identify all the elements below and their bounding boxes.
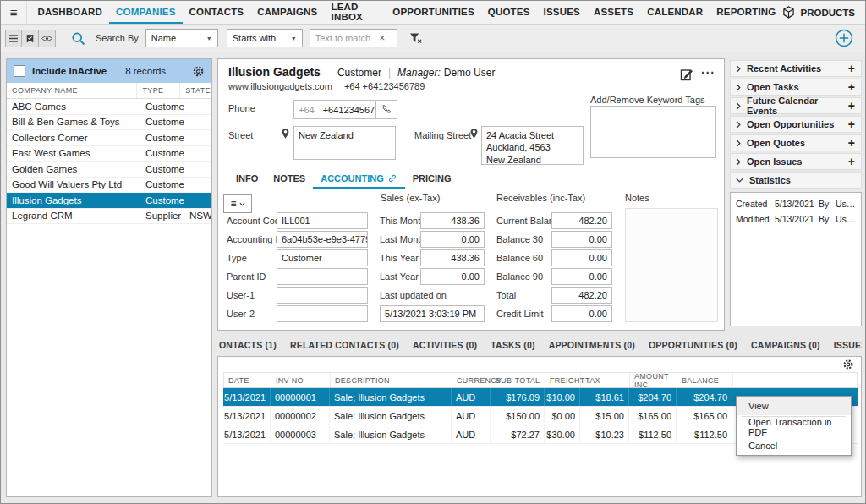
accounting-id-input[interactable]: 6a04b53e-e9e3-4779-8f6a- — [277, 231, 368, 248]
map-pin-icon[interactable] — [469, 128, 479, 140]
current-balance-input[interactable]: 482.20 — [551, 212, 612, 229]
search-icon[interactable] — [71, 31, 85, 46]
context-menu-cancel[interactable]: Cancel — [737, 436, 851, 455]
parent-id-input[interactable] — [277, 268, 368, 285]
add-icon[interactable]: + — [848, 155, 855, 168]
app-menu-icon[interactable]: ≡ — [1, 1, 27, 24]
credit-limit-input[interactable]: 0.00 — [551, 305, 612, 322]
add-icon[interactable]: + — [848, 99, 855, 112]
col-type[interactable]: TYPE — [137, 83, 180, 98]
company-row-selected[interactable]: Illusion GadgetsCustomer — [7, 193, 211, 209]
nav-opportunities[interactable]: OPPORTUNITIES — [386, 1, 481, 24]
search-text-input[interactable]: Text to match × — [310, 29, 397, 47]
tab-issues[interactable]: ISSUES (0) — [827, 333, 862, 356]
accounting-menu-button[interactable]: ≡ — [223, 194, 252, 213]
phone-input[interactable]: +64 +64123456789 — [293, 100, 375, 119]
add-icon[interactable]: + — [848, 118, 855, 131]
tab-appointments[interactable]: APPOINTMENTS (0) — [542, 333, 642, 356]
nav-dashboard[interactable]: DASHBOARD — [30, 1, 109, 24]
last-month-input[interactable]: 0.00 — [420, 231, 485, 248]
more-options-icon[interactable]: ··· — [701, 66, 715, 79]
nav-assets[interactable]: ASSETS — [587, 1, 640, 24]
section-recent-activities[interactable]: Recent Activities + — [730, 60, 862, 77]
clear-search-icon[interactable]: × — [379, 32, 385, 44]
context-menu-view[interactable]: View — [737, 397, 851, 415]
keyword-tags-input[interactable] — [590, 106, 716, 158]
add-icon[interactable]: + — [848, 62, 855, 75]
balance-90-input[interactable]: 0.00 — [551, 268, 612, 285]
list-view-button[interactable] — [5, 30, 22, 47]
total-input[interactable]: 482.20 — [551, 287, 612, 304]
company-row[interactable]: East West GamesCustomer — [7, 146, 211, 162]
this-year-input[interactable]: 438.36 — [420, 249, 485, 266]
col-freight[interactable]: FREIGHT — [545, 373, 581, 387]
col-currency[interactable]: CURRENCY — [452, 373, 491, 387]
nav-products[interactable]: PRODUCTS — [782, 1, 865, 24]
col-amount-inc[interactable]: AMOUNT INC. — [630, 373, 677, 387]
balance-60-input[interactable]: 0.00 — [551, 249, 612, 266]
last-year-input[interactable]: 0.00 — [420, 268, 485, 285]
transactions-settings-gear-icon[interactable] — [842, 359, 854, 370]
company-row[interactable]: ABC GamesCustomer — [7, 99, 211, 115]
section-future-calendar-events[interactable]: Future Calendar Events + — [730, 97, 862, 114]
add-icon[interactable]: + — [848, 136, 855, 150]
include-inactive-checkbox[interactable] — [14, 65, 25, 77]
account-code-input[interactable]: ILL001 — [277, 212, 368, 229]
nav-lead-inbox[interactable]: LEAD INBOX — [324, 1, 386, 24]
add-record-button[interactable] — [835, 29, 853, 47]
company-row[interactable]: Bill & Ben Games & ToysCustomer — [7, 115, 211, 131]
company-row[interactable]: Legrand CRMSupplierNSW — [7, 209, 211, 225]
nav-reporting[interactable]: REPORTING — [710, 1, 782, 24]
col-sub-total[interactable]: SUB-TOTAL — [491, 373, 545, 387]
tab-pricing[interactable]: PRICING — [405, 170, 459, 189]
company-row[interactable]: Collectors CornerCustomer — [7, 130, 211, 146]
balance-30-input[interactable]: 0.00 — [551, 231, 612, 248]
last-updated-input[interactable]: 5/13/2021 3:03:19 PM — [380, 305, 485, 322]
tab-related-contacts[interactable]: RELATED CONTACTS (0) — [283, 333, 406, 356]
tab-activities[interactable]: ACTIVITIES (0) — [406, 333, 484, 356]
eye-button[interactable] — [39, 30, 56, 47]
user2-input[interactable] — [277, 305, 368, 322]
nav-quotes[interactable]: QUOTES — [481, 1, 537, 24]
tab-campaigns[interactable]: CAMPAIGNS (0) — [744, 333, 827, 356]
section-open-quotes[interactable]: Open Quotes + — [730, 134, 862, 151]
tab-accounting[interactable]: ACCOUNTING — [313, 170, 405, 189]
tab-tasks[interactable]: TASKS (0) — [484, 333, 541, 356]
list-settings-gear-icon[interactable] — [192, 65, 205, 78]
dial-phone-button[interactable] — [375, 100, 397, 119]
map-pin-icon[interactable] — [281, 128, 290, 140]
this-month-input[interactable]: 438.36 — [420, 212, 485, 229]
notes-input[interactable] — [625, 208, 718, 322]
nav-calendar[interactable]: CALENDAR — [640, 1, 710, 24]
match-type-select[interactable]: Starts with ▼ — [227, 29, 303, 47]
street-input[interactable]: New Zealand — [293, 126, 396, 160]
col-tax[interactable]: TAX — [581, 373, 630, 387]
tab-info[interactable]: INFO — [228, 170, 266, 189]
nav-campaigns[interactable]: CAMPAIGNS — [250, 1, 324, 24]
tab-notes[interactable]: NOTES — [266, 170, 313, 189]
nav-contacts[interactable]: CONTACTS — [183, 1, 251, 24]
col-state[interactable]: STATE — [180, 83, 211, 98]
clear-filter-icon[interactable] — [409, 32, 422, 44]
bookmark-check-button[interactable] — [22, 30, 39, 47]
section-statistics[interactable]: Statistics — [730, 172, 862, 189]
search-field-select[interactable]: Name ▼ — [145, 29, 218, 47]
context-menu-open-pdf[interactable]: Open Transaction in PDF — [737, 418, 851, 436]
add-icon[interactable]: + — [848, 80, 855, 94]
section-open-opportunities[interactable]: Open Opportunities + — [730, 116, 862, 133]
col-balance[interactable]: BALANCE — [677, 373, 733, 387]
tab-contacts-clipped[interactable]: ONTACTS (1) — [217, 333, 283, 356]
col-inv-no[interactable]: INV NO — [271, 373, 331, 387]
company-row[interactable]: Golden GamesCustomer — [7, 162, 211, 178]
mailing-street-input[interactable]: 24 Acacia Street Auckland, 4563 New Zeal… — [481, 126, 584, 165]
col-company-name[interactable]: COMPANY NAME — [7, 83, 137, 98]
edit-icon[interactable] — [680, 68, 693, 81]
tab-opportunities[interactable]: OPPORTUNITIES (0) — [642, 333, 744, 356]
company-website[interactable]: www.illusiongadgets.com — [228, 81, 332, 91]
section-open-issues[interactable]: Open Issues + — [730, 153, 862, 170]
user1-input[interactable] — [277, 287, 368, 304]
type-input[interactable]: Customer — [277, 249, 368, 266]
col-description[interactable]: DESCRIPTION — [331, 373, 452, 387]
nav-companies[interactable]: COMPANIES — [109, 1, 183, 24]
company-row[interactable]: Good Will Valuers Pty LtdCustomer — [7, 178, 211, 194]
